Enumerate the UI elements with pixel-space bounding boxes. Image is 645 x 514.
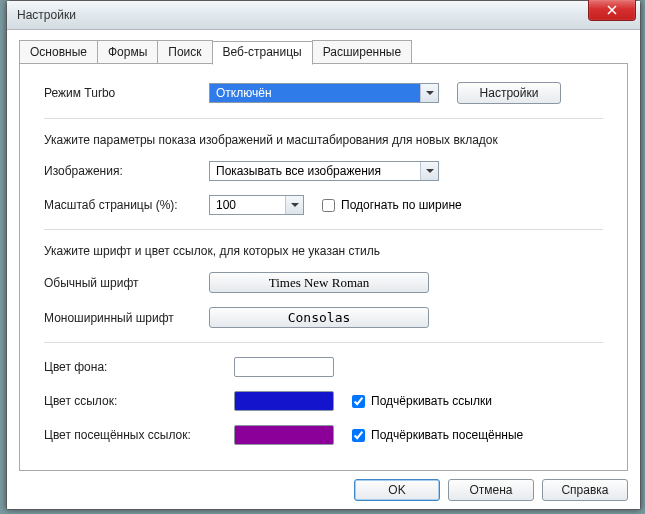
underline-visited-label: Подчёркивать посещённые	[371, 428, 523, 442]
turbo-label: Режим Turbo	[44, 86, 209, 100]
zoom-value: 100	[210, 195, 285, 215]
tab-webpages[interactable]: Веб-страницы	[212, 41, 313, 65]
cancel-button[interactable]: Отмена	[448, 479, 534, 501]
bg-color-label: Цвет фона:	[44, 360, 234, 374]
zoom-combo[interactable]: 100	[209, 195, 304, 215]
fit-width-label: Подогнать по ширине	[341, 198, 462, 212]
client-area: Основные Формы Поиск Веб-страницы Расшир…	[7, 30, 640, 509]
tab-forms[interactable]: Формы	[97, 40, 158, 64]
normal-font-button[interactable]: Times New Roman	[209, 272, 429, 293]
normal-font-label: Обычный шрифт	[44, 276, 209, 290]
fit-width-input[interactable]	[322, 199, 335, 212]
divider	[44, 229, 603, 230]
settings-window: Настройки Основные Формы Поиск Веб-стран…	[6, 0, 641, 510]
close-button[interactable]	[588, 0, 636, 21]
images-combo[interactable]: Показывать все изображения	[209, 161, 439, 181]
underline-links-label: Подчёркивать ссылки	[371, 394, 492, 408]
underline-links-input[interactable]	[352, 395, 365, 408]
turbo-combo[interactable]: Отключён	[209, 83, 439, 103]
underline-visited-checkbox[interactable]: Подчёркивать посещённые	[352, 428, 523, 442]
tab-general[interactable]: Основные	[19, 40, 98, 64]
chevron-down-icon	[420, 84, 438, 102]
underline-visited-input[interactable]	[352, 429, 365, 442]
dialog-buttons: OK Отмена Справка	[19, 471, 628, 501]
tab-advanced[interactable]: Расширенные	[312, 40, 413, 64]
window-title: Настройки	[17, 8, 76, 22]
link-color-button[interactable]	[234, 391, 334, 411]
turbo-value: Отключён	[210, 83, 420, 103]
visited-color-button[interactable]	[234, 425, 334, 445]
mono-font-label: Моноширинный шрифт	[44, 311, 209, 325]
turbo-settings-button[interactable]: Настройки	[457, 82, 561, 104]
zoom-label: Масштаб страницы (%):	[44, 198, 209, 212]
tab-search[interactable]: Поиск	[157, 40, 212, 64]
underline-links-checkbox[interactable]: Подчёркивать ссылки	[352, 394, 492, 408]
mono-font-button[interactable]: Consolas	[209, 307, 429, 328]
close-icon	[607, 5, 617, 15]
fit-width-checkbox[interactable]: Подогнать по ширине	[322, 198, 462, 212]
help-button[interactable]: Справка	[542, 479, 628, 501]
divider	[44, 342, 603, 343]
divider	[44, 118, 603, 119]
tabstrip: Основные Формы Поиск Веб-страницы Расшир…	[19, 40, 628, 64]
images-hint: Укажите параметры показа изображений и м…	[44, 133, 603, 147]
chevron-down-icon	[285, 196, 303, 214]
images-label: Изображения:	[44, 164, 209, 178]
bg-color-button[interactable]	[234, 357, 334, 377]
visited-color-label: Цвет посещённых ссылок:	[44, 428, 234, 442]
chevron-down-icon	[420, 162, 438, 180]
link-color-label: Цвет ссылок:	[44, 394, 234, 408]
fonts-hint: Укажите шрифт и цвет ссылок, для которых…	[44, 244, 603, 258]
images-value: Показывать все изображения	[210, 161, 420, 181]
tab-panel-webpages: Режим Turbo Отключён Настройки Укажите п…	[19, 63, 628, 471]
titlebar[interactable]: Настройки	[7, 1, 640, 30]
ok-button[interactable]: OK	[354, 479, 440, 501]
